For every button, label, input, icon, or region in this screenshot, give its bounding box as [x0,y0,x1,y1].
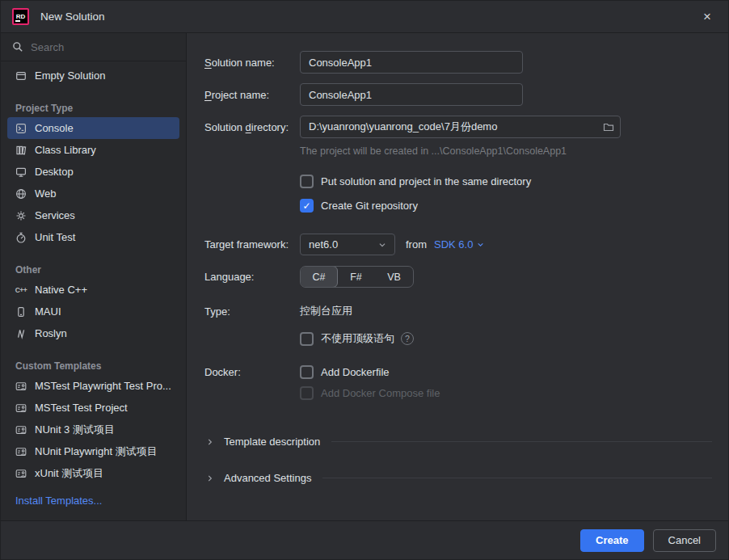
project-name-row: Project name: [204,83,712,106]
template-description-toggle[interactable]: Template description [204,436,712,448]
web-icon [15,187,27,200]
checkbox-checked[interactable]: ✓ [300,199,314,213]
chevron-right-icon [204,473,216,484]
title-bar: RD New Solution × [1,1,728,33]
template-icon [15,467,27,480]
language-option-vb[interactable]: VB [375,267,413,287]
create-button[interactable]: Create [580,529,643,552]
sidebar-item-label: MAUI [35,305,61,318]
top-level-statements-row: 不使用顶级语句 ? [300,331,712,346]
maui-icon [15,305,27,318]
help-icon[interactable]: ? [401,332,414,345]
sidebar-item-native-cpp[interactable]: C++ Native C++ [7,279,179,301]
sidebar-item-xunit[interactable]: xUnit 测试项目 [7,462,179,484]
target-framework-row: Target framework: net6.0 from SDK 6.0 [204,234,712,255]
chevron-right-icon [204,436,216,448]
sidebar-item-empty-solution[interactable]: Empty Solution [7,65,179,86]
section-header-project-type: Project Type [15,103,186,114]
sidebar-item-maui[interactable]: MAUI [7,301,179,322]
type-row: Type: 控制台应用 [204,304,712,318]
create-git-checkbox[interactable]: ✓ Create Git repository [300,199,712,213]
type-label: Type: [204,305,300,318]
sidebar-item-label: NUnit 3 测试项目 [35,423,115,437]
target-framework-select[interactable]: net6.0 [300,234,395,255]
sidebar-item-label: MSTest Playwright Test Pro... [35,380,171,392]
sidebar-item-label: Desktop [35,166,74,178]
template-list: Empty Solution Project Type Console Clas… [1,61,186,520]
sidebar-item-console[interactable]: Console [7,117,179,139]
language-option-csharp[interactable]: C# [300,266,338,288]
language-label: Language: [204,271,300,283]
roslyn-icon [15,327,27,340]
form-panel: Solution name: Project name: Solution di… [187,33,728,520]
solution-name-label: Solution name: [204,57,300,69]
language-row: Language: C# F# VB [204,266,712,288]
template-icon [15,445,27,458]
project-name-label: Project name: [204,89,300,101]
sdk-dropdown[interactable]: SDK 6.0 [434,238,486,251]
checkbox-unchecked[interactable] [300,175,314,188]
divider [331,441,712,442]
check-icon: ✓ [302,200,310,212]
desktop-icon [15,166,27,179]
solution-directory-label: Solution directory: [204,121,300,133]
sidebar-item-label: Unit Test [35,231,75,243]
folder-browse-icon[interactable] [597,120,620,133]
target-framework-label: Target framework: [204,238,300,251]
sidebar-item-services[interactable]: Services [7,204,179,226]
sidebar-item-label: Console [35,122,74,134]
section-header-other: Other [15,264,186,276]
sidebar-item-label: Native C++ [35,284,87,296]
solution-name-input[interactable] [300,51,523,74]
sidebar-item-roslyn[interactable]: Roslyn [7,322,179,344]
checkbox-disabled [300,386,314,400]
console-icon [15,122,27,135]
unit-test-icon [15,231,27,244]
no-top-level-statements-checkbox[interactable]: 不使用顶级语句 [300,331,394,346]
solution-name-row: Solution name: [204,51,712,74]
project-name-input[interactable] [300,83,523,106]
language-option-fsharp[interactable]: F# [337,267,375,287]
sidebar-item-web[interactable]: Web [7,183,179,204]
sidebar-item-label: Class Library [35,144,96,156]
class-library-icon [15,144,27,157]
search-input[interactable] [31,41,175,53]
sidebar-item-unit-test[interactable]: Unit Test [7,226,179,248]
cancel-button[interactable]: Cancel [653,529,716,552]
search-row [1,33,186,61]
sidebar-item-nunit-playwright[interactable]: NUnit Playwright 测试项目 [7,440,179,462]
solution-directory-input[interactable] [301,116,597,137]
checkbox-unchecked[interactable] [300,365,314,379]
advanced-settings-toggle[interactable]: Advanced Settings [204,472,712,484]
template-icon [15,423,27,436]
native-cpp-icon: C++ [15,284,27,297]
rider-logo-icon: RD [12,8,29,25]
sidebar-item-label: xUnit 测试项目 [35,466,103,481]
empty-solution-icon [15,69,27,82]
sidebar-item-class-library[interactable]: Class Library [7,139,179,161]
language-segmented-control: C# F# VB [300,266,414,288]
install-templates-link[interactable]: Install Templates... [15,495,186,507]
sidebar-item-label: Roslyn [35,327,67,339]
sidebar-item-label: MSTest Test Project [35,402,128,414]
chevron-down-icon [475,239,486,250]
sidebar-item-desktop[interactable]: Desktop [7,161,179,183]
template-icon [15,380,27,393]
divider [322,478,712,478]
type-value: 控制台应用 [300,304,352,318]
sidebar-item-label: Services [35,209,75,221]
checkbox-unchecked[interactable] [300,332,314,346]
template-icon [15,402,27,415]
close-icon[interactable]: × [697,7,717,27]
dialog-footer: Create Cancel [1,520,728,559]
add-dockerfile-checkbox[interactable]: Add Dockerfile [300,365,390,379]
same-directory-checkbox[interactable]: Put solution and project in the same dir… [300,175,712,188]
directory-hint: The project will be created in ...\Conso… [300,145,712,157]
solution-directory-field [300,116,621,138]
sidebar-item-mstest-test[interactable]: MSTest Test Project [7,397,179,419]
sidebar-item-mstest-playwright[interactable]: MSTest Playwright Test Pro... [7,375,179,397]
sidebar-item-nunit3[interactable]: NUnit 3 测试项目 [7,419,179,440]
chevron-down-icon [377,239,388,251]
docker-label: Docker: [204,366,300,378]
sidebar-item-label: Web [35,187,57,200]
